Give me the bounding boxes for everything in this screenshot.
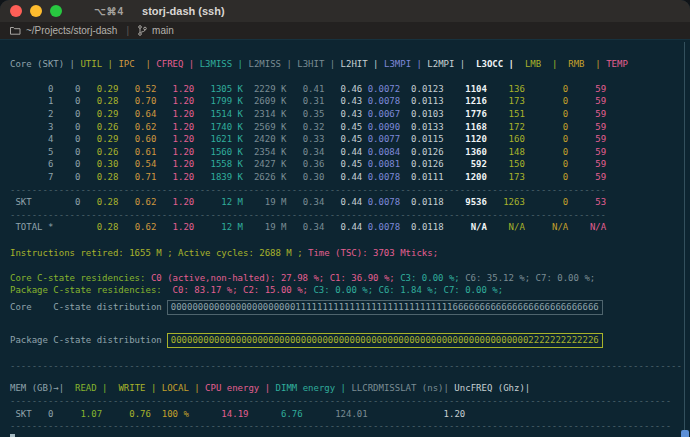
close-button[interactable] xyxy=(10,5,22,17)
terminal-line: 3 0 0.26 0.62 1.20 1740 K 2569 K 0.32 0.… xyxy=(10,121,690,134)
minimize-button[interactable] xyxy=(30,5,42,17)
terminal-line: Package C-state distribution000000000000… xyxy=(10,330,690,351)
terminal-line: 1 0 0.28 0.70 1.20 1799 K 2609 K 0.31 0.… xyxy=(10,95,690,108)
terminal-line: ----------------------------------------… xyxy=(10,184,690,197)
cstate-distribution-box: 0000000000000000000000000000000000000000… xyxy=(167,333,603,348)
terminal-line: 0 0 0.29 0.52 1.20 1305 K 2229 K 0.41 0.… xyxy=(10,83,690,96)
git-branch-name: main xyxy=(152,25,174,36)
terminal-line: MEM (GB)→| READ | WRITE | LOCAL | CPU en… xyxy=(10,382,690,395)
window-title: storj-dash (ssh) xyxy=(142,5,225,17)
git-branch-icon xyxy=(138,25,147,36)
terminal-line: 6 0 0.30 0.54 1.20 1558 K 2427 K 0.36 0.… xyxy=(10,158,690,171)
terminal-line: 4 0 0.29 0.60 1.20 1621 K 2420 K 0.33 0.… xyxy=(10,133,690,146)
statusbar-divider: | xyxy=(126,25,129,36)
terminal-line xyxy=(10,259,690,272)
scrollbar-track[interactable] xyxy=(684,42,685,437)
status-bar: ~/Projects/storj-dash | main xyxy=(0,22,690,40)
terminal-line xyxy=(10,433,690,437)
terminal-line: Package C-state residencies: C0: 83.17 %… xyxy=(10,284,690,297)
terminal-line xyxy=(10,234,690,247)
terminal-line: Instructions retired: 1655 M ; Active cy… xyxy=(10,247,690,260)
terminal-line: ----------------------------------------… xyxy=(10,395,690,408)
terminal-line xyxy=(10,45,690,58)
terminal-line: ----------------------------------------… xyxy=(10,420,690,433)
terminal-line: TOTAL * 0.28 0.62 1.20 12 M 19 M 0.34 0.… xyxy=(10,221,690,234)
terminal-line: Core C-state residencies: C0 (active,non… xyxy=(10,272,690,285)
window-titlebar: ⌥⌘4 storj-dash (ssh) xyxy=(0,0,690,22)
folder-icon xyxy=(10,26,21,35)
current-directory: ~/Projects/storj-dash xyxy=(26,25,117,36)
terminal-window: ⌥⌘4 storj-dash (ssh) ~/Projects/storj-da… xyxy=(0,0,690,437)
tab-shortcut: ⌥⌘4 xyxy=(94,6,124,17)
terminal-line: Core C-state distribution000000000000000… xyxy=(10,297,690,318)
terminal-line: Core (SKT) | UTIL | IPC | CFREQ | L3MISS… xyxy=(10,58,690,71)
terminal-line: SKT 0 1.07 0.76 100 % 14.19 6.76 124.01 … xyxy=(10,408,690,421)
terminal-line xyxy=(10,70,690,83)
cstate-distribution-box: 0000000000000000000000011111111111111111… xyxy=(167,300,603,315)
terminal-line: SKT 0 0.28 0.62 1.20 12 M 19 M 0.34 0.44… xyxy=(10,196,690,209)
scrollbar-thumb[interactable] xyxy=(681,430,689,437)
terminal-line: ----------------------------------------… xyxy=(10,209,690,222)
terminal-line: 5 0 0.26 0.61 1.20 1560 K 2354 K 0.34 0.… xyxy=(10,146,690,159)
terminal-line: 7 0 0.28 0.71 1.20 1839 K 2626 K 0.30 0.… xyxy=(10,171,690,184)
terminal-output[interactable]: Core (SKT) | UTIL | IPC | CFREQ | L3MISS… xyxy=(0,40,690,437)
terminal-line: ----------------------------------------… xyxy=(10,360,690,373)
zoom-button[interactable] xyxy=(50,5,62,17)
terminal-line: 2 0 0.29 0.64 1.20 1514 K 2314 K 0.35 0.… xyxy=(10,108,690,121)
